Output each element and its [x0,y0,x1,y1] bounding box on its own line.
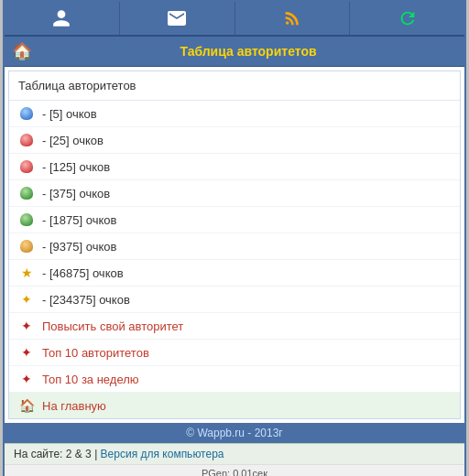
user-icon [51,8,71,28]
tab-rss[interactable] [235,2,351,35]
gem-red2-icon [18,158,35,175]
desktop-version-link[interactable]: Версия для компьютера [101,448,224,460]
rank-text-6: - [9375] очков [42,240,116,254]
top10-icon: ✦ [18,344,35,361]
copyright-bar: © Wappb.ru - 2013г [5,423,464,443]
list-item: ★ - [46875] очков [9,260,460,287]
tab-mail[interactable] [120,2,235,35]
pgen-text: PGen: 0.01сек [202,468,267,476]
home-link-icon: 🏠 [18,397,35,414]
tab-users[interactable] [5,2,120,35]
rss-icon [282,8,302,28]
rank-text-2: - [25] очков [42,134,104,147]
status-count: 2 & 3 [66,448,92,460]
list-item: - [25] очков [9,127,460,154]
gem-gold-icon [18,238,35,254]
header-title: Таблица авторитетов [39,44,457,59]
gem-blue-icon [18,105,35,122]
pgen-bar: PGen: 0.01сек © DCMS-Social [5,464,464,476]
home-link-label: На главную [42,399,106,413]
page-title: Таблица авторитетов [9,71,460,101]
top10-link[interactable]: ✦ Топ 10 авторитетов [9,340,460,366]
tab-refresh[interactable] [350,2,464,35]
gem-green-icon [18,185,35,201]
mail-icon [166,9,188,27]
top10-week-icon: ✦ [18,371,35,387]
list-item: - [5] очков [9,101,460,127]
top10-week-label: Топ 10 за неделю [42,373,139,386]
boost-authority-link[interactable]: ✦ Повысить свой авторитет [9,313,460,340]
gem-red-icon [18,132,35,148]
gem-green2-icon [18,211,35,228]
rank-text-8: - [234375] очков [42,293,130,307]
list-item: - [1875] очков [9,207,460,233]
top10-label: Топ 10 авторитетов [42,346,149,360]
top10-week-link[interactable]: ✦ Топ 10 за неделю [9,366,460,393]
rank-text-3: - [125] очков [42,160,110,174]
boost-icon: ✦ [18,318,35,334]
refresh-icon [398,8,418,28]
home-link[interactable]: 🏠 На главную [9,393,460,418]
rank-text-1: - [5] очков [42,107,97,121]
header-home-icon: 🏠 [12,41,32,61]
header-bar: 🏠 Таблица авторитетов [5,37,464,67]
star-gold-icon: ★ [18,265,35,281]
top-nav [5,2,464,37]
copyright-text: © Wappb.ru - 2013г [186,427,283,439]
rank-text-4: - [375] очков [42,187,110,200]
status-bar: На сайте: 2 & 3 | Версия для компьютера [5,443,464,464]
list-item: ✦ - [234375] очков [9,287,460,313]
list-item: - [9375] очков [9,233,460,260]
main-window: 🏠 Таблица авторитетов Таблица авторитето… [3,0,466,476]
list-item: - [125] очков [9,154,460,180]
boost-label: Повысить свой авторитет [42,319,183,333]
star-gold2-icon: ✦ [18,291,35,308]
content-area: Таблица авторитетов - [5] очков - [25] о… [8,70,461,419]
rank-text-7: - [46875] очков [42,266,124,280]
list-item: - [375] очков [9,180,460,207]
status-sep: | [92,448,101,460]
rank-text-5: - [1875] очков [42,213,116,227]
status-prefix: На сайте: [14,448,66,460]
